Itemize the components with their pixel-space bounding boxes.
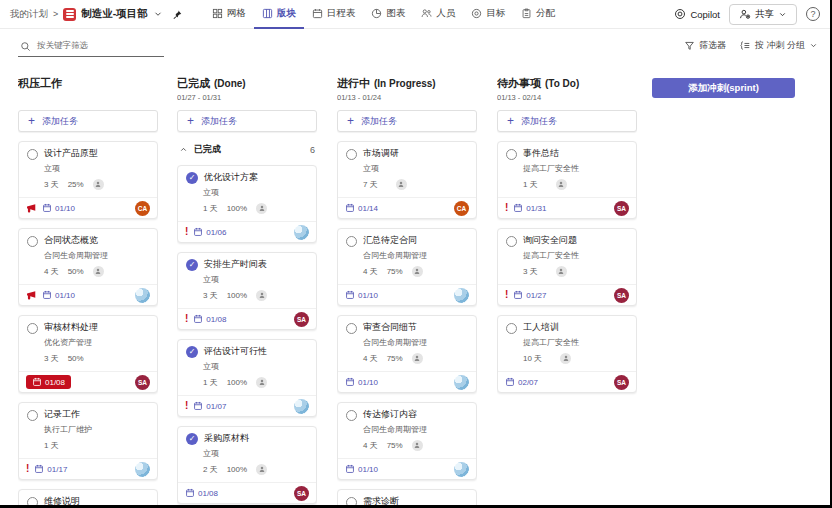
task-duration: 4 天: [363, 266, 378, 277]
people-icon: [421, 8, 432, 19]
due-date: 02/07: [518, 378, 538, 387]
task-complete-circle[interactable]: [27, 410, 38, 421]
due-date-chip[interactable]: 01/31: [513, 203, 546, 213]
due-date-chip[interactable]: 01/08: [193, 314, 226, 324]
task-complete-circle[interactable]: [27, 236, 38, 247]
filter-button[interactable]: 筛选器: [684, 39, 726, 52]
completed-section-header[interactable]: 已完成6: [179, 143, 315, 156]
task-percent: 100%: [227, 204, 247, 213]
task-footer: 01/10CA: [19, 197, 157, 218]
group-by-button[interactable]: 按 冲刺 分组: [740, 39, 818, 52]
pin-icon[interactable]: [171, 9, 182, 20]
chevron-down-icon[interactable]: [153, 9, 163, 19]
assignee-avatar[interactable]: [135, 288, 150, 303]
assignee-avatar[interactable]: CA: [454, 201, 469, 216]
task-complete-circle[interactable]: [346, 497, 357, 508]
task-complete-circle[interactable]: [27, 497, 38, 508]
assignee-avatar[interactable]: [454, 288, 469, 303]
assignee-avatar[interactable]: SA: [614, 288, 629, 303]
task-complete-check-icon[interactable]: ✓: [186, 346, 198, 358]
add-task-button[interactable]: +添加任务: [497, 110, 637, 132]
breadcrumb-my-plans[interactable]: 我的计划: [10, 8, 48, 21]
task-complete-circle[interactable]: [27, 149, 38, 160]
task-meta: 7 天: [363, 178, 468, 190]
task-card[interactable]: ✓采购原材料立项2 天100%01/08SA: [177, 426, 317, 504]
task-complete-circle[interactable]: [506, 149, 517, 160]
assignee-avatar[interactable]: [454, 375, 469, 390]
task-card[interactable]: 汇总待定合同合同生命周期管理4 天75%01/10: [337, 228, 477, 306]
tab-0[interactable]: 网格: [204, 0, 254, 29]
task-card[interactable]: 设计产品原型立项3 天25%01/10CA: [18, 141, 158, 219]
task-card[interactable]: 维修说明执行工厂维护2 天01/163: [18, 489, 158, 508]
due-date-chip[interactable]: 01/10: [345, 290, 378, 300]
task-card[interactable]: ✓评估设计可行性立项1 天100%!01/07: [177, 339, 317, 417]
due-date-chip[interactable]: 01/06: [193, 227, 226, 237]
copilot-button[interactable]: Copilot: [674, 8, 720, 20]
due-date-chip[interactable]: 01/14: [345, 203, 378, 213]
task-meta: 10 天: [523, 352, 628, 364]
help-icon[interactable]: ?: [806, 7, 820, 21]
assignee-avatar[interactable]: SA: [614, 201, 629, 216]
task-complete-check-icon[interactable]: ✓: [186, 259, 198, 271]
add-sprint-button[interactable]: 添加冲刺(sprint): [652, 78, 795, 98]
due-date-chip[interactable]: 01/07: [193, 401, 226, 411]
task-card[interactable]: 工人培训提高工厂安全性10 天02/07SA: [497, 315, 637, 393]
share-button[interactable]: 共享: [729, 4, 797, 25]
column-title: 已完成: [177, 76, 210, 91]
assignee-avatar[interactable]: SA: [614, 375, 629, 390]
search-input[interactable]: 按关键字筛选: [18, 38, 164, 57]
tab-2[interactable]: 日程表: [304, 0, 364, 29]
due-date-chip[interactable]: 01/17: [34, 464, 67, 474]
task-complete-circle[interactable]: [27, 323, 38, 334]
due-date-chip[interactable]: 01/10: [42, 290, 75, 300]
due-date-chip[interactable]: 01/10: [42, 203, 75, 213]
due-date: 01/17: [47, 465, 67, 474]
task-complete-check-icon[interactable]: ✓: [186, 433, 198, 445]
assignee-avatar[interactable]: SA: [294, 486, 309, 501]
add-task-button[interactable]: +添加任务: [18, 110, 158, 132]
task-card[interactable]: 需求诊断优化资产管理2 天50%01/10CA: [337, 489, 477, 508]
assignee-avatar[interactable]: SA: [135, 375, 150, 390]
tab-3[interactable]: 图表: [363, 0, 413, 29]
task-card[interactable]: 询问安全问题提高工厂安全性3 天!01/27SA: [497, 228, 637, 306]
task-card[interactable]: 合同状态概览合同生命周期管理4 天50%01/10: [18, 228, 158, 306]
task-complete-circle[interactable]: [506, 323, 517, 334]
tab-1[interactable]: 版块: [254, 0, 304, 29]
due-date-chip[interactable]: 02/07: [505, 377, 538, 387]
tab-4[interactable]: 人员: [413, 0, 463, 29]
add-task-button[interactable]: +添加任务: [177, 110, 317, 132]
task-complete-circle[interactable]: [346, 149, 357, 160]
assignee-avatar[interactable]: [135, 462, 150, 477]
assignee-avatar[interactable]: [454, 462, 469, 477]
task-card[interactable]: ✓安排生产时间表立项3 天100%!01/08SA: [177, 252, 317, 330]
tab-6[interactable]: 分配: [513, 0, 563, 29]
task-complete-check-icon[interactable]: ✓: [186, 172, 198, 184]
task-duration: 3 天: [44, 353, 59, 364]
task-card[interactable]: 记录工作执行工厂维护1 天!01/17: [18, 402, 158, 480]
assignee-avatar[interactable]: CA: [135, 201, 150, 216]
assignee-avatar[interactable]: SA: [294, 312, 309, 327]
task-meta: 3 天50%: [44, 352, 149, 364]
assignee-avatar[interactable]: [294, 225, 309, 240]
due-date-chip[interactable]: 01/10: [345, 377, 378, 387]
add-task-button[interactable]: +添加任务: [337, 110, 477, 132]
task-card[interactable]: 市场调研立项7 天01/14CA: [337, 141, 477, 219]
task-card[interactable]: ✓优化设计方案立项1 天100%!01/06: [177, 165, 317, 243]
due-date-chip[interactable]: 01/10: [345, 464, 378, 474]
task-complete-circle[interactable]: [346, 323, 357, 334]
task-card[interactable]: 事件总结提高工厂安全性1 天!01/31SA: [497, 141, 637, 219]
task-complete-circle[interactable]: [506, 236, 517, 247]
calendar-icon: [505, 377, 515, 387]
tab-5[interactable]: 目标: [463, 0, 513, 29]
task-card[interactable]: 传达修订内容合同生命周期管理4 天75%01/10: [337, 402, 477, 480]
due-date-chip[interactable]: 01/08: [185, 488, 218, 498]
task-card[interactable]: 审核材料处理优化资产管理3 天50%01/08SA: [18, 315, 158, 393]
due-date-chip[interactable]: 01/08: [26, 375, 71, 389]
assignee-avatar[interactable]: [294, 399, 309, 414]
task-complete-circle[interactable]: [346, 236, 357, 247]
toolbar-right: 筛选器 按 冲刺 分组: [684, 39, 818, 52]
task-complete-circle[interactable]: [346, 410, 357, 421]
task-card[interactable]: 审查合同细节合同生命周期管理4 天75%01/10: [337, 315, 477, 393]
task-meta: 4 天75%: [363, 265, 468, 277]
due-date-chip[interactable]: 01/27: [513, 290, 546, 300]
